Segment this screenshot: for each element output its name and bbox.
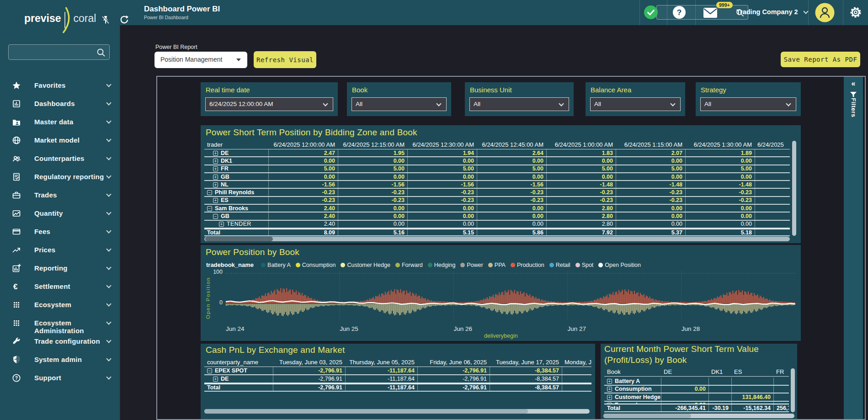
column-header[interactable]: 6/24/2025 12:45:00 AM bbox=[477, 141, 546, 148]
collapse-icon[interactable]: − bbox=[207, 206, 212, 211]
column-header[interactable]: 6/24/2025 1:15:00 AM bbox=[616, 141, 685, 148]
slicer-dropdown[interactable]: All bbox=[590, 97, 681, 111]
column-header[interactable]: ES bbox=[731, 368, 773, 375]
legend-item-spot[interactable]: Spot bbox=[575, 262, 594, 268]
x-axis-tick: Jun 26 bbox=[453, 325, 472, 332]
slicer-dropdown[interactable]: All bbox=[351, 97, 447, 111]
sidebar-item-regulatory-reporting[interactable]: Regulatory reporting bbox=[0, 168, 120, 186]
column-header[interactable]: Monday, Jun bbox=[562, 359, 591, 366]
status-check-icon[interactable] bbox=[644, 5, 658, 21]
help-icon[interactable]: ? bbox=[672, 5, 686, 21]
expand-icon[interactable]: + bbox=[219, 222, 224, 227]
legend-item-power[interactable]: Power bbox=[460, 262, 483, 268]
chevron-down-icon bbox=[106, 137, 111, 142]
sidebar-item-market-model[interactable]: Market model bbox=[0, 132, 120, 150]
collapse-icon[interactable]: − bbox=[207, 368, 212, 373]
expand-icon[interactable]: + bbox=[213, 151, 218, 156]
collapse-icon[interactable]: − bbox=[207, 190, 212, 195]
save-report-pdf-button[interactable]: Save Report As PDF bbox=[781, 52, 860, 67]
gear-icon[interactable] bbox=[849, 6, 862, 21]
sidebar-item-settlement[interactable]: € Settlement bbox=[0, 278, 120, 296]
expand-icon[interactable]: + bbox=[607, 379, 612, 384]
chevron-down-icon bbox=[106, 228, 111, 233]
column-header[interactable]: 6/24/2025 12:30:00 AM bbox=[407, 141, 477, 148]
column-header[interactable]: FR bbox=[773, 368, 789, 375]
slicer-dropdown[interactable]: 6/24/2025 12:00:00 AM bbox=[205, 97, 333, 111]
expand-icon[interactable]: + bbox=[213, 377, 218, 382]
column-header[interactable]: Thursday, June 05, 2025 bbox=[345, 359, 417, 366]
vertical-scrollbar[interactable] bbox=[792, 141, 796, 236]
legend-item-forward[interactable]: Forward bbox=[395, 262, 423, 268]
value-cell: -2,796.91 bbox=[417, 375, 490, 383]
mail-icon[interactable] bbox=[703, 7, 718, 20]
value-cell: -8,384.57 bbox=[490, 375, 562, 383]
legend-item-retail[interactable]: Retail bbox=[549, 262, 570, 268]
sidebar-item-master-data[interactable]: Master data bbox=[0, 113, 120, 132]
column-header[interactable]: 6/24/2025 1:30:00 AM bbox=[685, 141, 755, 148]
legend-item-ppa[interactable]: PPA bbox=[488, 262, 506, 268]
power-position-plot[interactable] bbox=[226, 271, 795, 323]
search-icon[interactable] bbox=[96, 48, 106, 58]
pin-off-icon[interactable] bbox=[101, 15, 111, 27]
column-header[interactable]: Friday, June 06, 2025 bbox=[417, 359, 490, 366]
report-select[interactable]: Position Management bbox=[154, 52, 247, 68]
legend-item-battery-a[interactable]: Battery A bbox=[261, 262, 291, 268]
refresh-icon[interactable] bbox=[119, 15, 129, 27]
value-cell: -2,796.91 bbox=[273, 375, 345, 383]
legend-item-customer-hedge[interactable]: Customer Hedge bbox=[341, 262, 390, 268]
column-header[interactable]: Tuesday, June 17, 2025 bbox=[490, 359, 562, 366]
column-header[interactable]: trader bbox=[204, 141, 268, 148]
sidebar-item-reporting[interactable]: Reporting bbox=[0, 260, 120, 278]
sidebar-item-system-admin[interactable]: System admin bbox=[0, 351, 120, 369]
expand-icon[interactable]: + bbox=[213, 159, 218, 164]
sidebar-item-prices[interactable]: Prices bbox=[0, 241, 120, 260]
horizontal-scrollbar[interactable] bbox=[603, 414, 794, 418]
sidebar-item-fees[interactable]: Fees bbox=[0, 223, 120, 241]
sidebar-search-input[interactable] bbox=[12, 45, 95, 59]
column-header[interactable]: 6/24/2025 bbox=[755, 141, 790, 148]
legend-item-hedging[interactable]: Hedging bbox=[428, 262, 456, 268]
column-header[interactable]: 6/24/2025 12:15:00 AM bbox=[338, 141, 407, 148]
slicer-dropdown[interactable]: All bbox=[700, 97, 796, 111]
expand-icon[interactable]: + bbox=[213, 198, 218, 203]
collapse-icon[interactable]: − bbox=[213, 214, 218, 219]
expand-icon[interactable]: + bbox=[213, 182, 218, 187]
legend-item-production[interactable]: Production bbox=[511, 262, 544, 268]
vertical-scrollbar[interactable] bbox=[791, 368, 795, 412]
legend-item-open-position[interactable]: Open Position bbox=[598, 262, 641, 268]
slicer-dropdown[interactable]: All bbox=[469, 97, 569, 111]
column-header[interactable]: Book bbox=[604, 368, 661, 375]
sidebar-item-ecosystem-administration[interactable]: Ecosystem Administration bbox=[0, 314, 120, 333]
divider bbox=[120, 25, 120, 420]
horizontal-scrollbar[interactable] bbox=[204, 409, 590, 414]
legend-item-consumption[interactable]: Consumption bbox=[296, 262, 336, 268]
column-header[interactable]: DE bbox=[661, 368, 708, 375]
sidebar-item-dashboards[interactable]: Dashboards bbox=[0, 95, 120, 113]
value-cell: 2.40 bbox=[268, 213, 338, 219]
expand-icon[interactable]: + bbox=[213, 175, 218, 180]
avatar[interactable] bbox=[815, 2, 835, 25]
column-header[interactable]: 6/24/2025 12:00:00 AM bbox=[268, 141, 338, 148]
column-header[interactable]: counterparty_name bbox=[204, 359, 273, 366]
expand-filters-icon[interactable]: « bbox=[844, 80, 863, 88]
company-selector[interactable]: Trading Company 2 bbox=[736, 8, 808, 16]
column-header[interactable]: 6/24/2025 1:00:00 AM bbox=[546, 141, 616, 148]
sidebar-item-quantity[interactable]: Quantity bbox=[0, 205, 120, 223]
sidebar-item-counterparties[interactable]: Counterparties bbox=[0, 150, 120, 168]
refresh-visual-button[interactable]: Refresh Visual bbox=[254, 51, 316, 68]
expand-icon[interactable]: + bbox=[607, 387, 612, 392]
globe-icon bbox=[12, 136, 21, 145]
report-select-label: Power BI Report bbox=[155, 44, 197, 50]
legend-dot bbox=[341, 263, 345, 267]
sidebar-item-ecosystem[interactable]: Ecosystem bbox=[0, 296, 120, 314]
column-header[interactable]: DK1 bbox=[708, 368, 731, 375]
sidebar-item-trade-configuration[interactable]: Trade configuration bbox=[0, 333, 120, 351]
sidebar-item-trades[interactable]: Trades bbox=[0, 186, 120, 205]
expand-icon[interactable]: + bbox=[213, 166, 218, 171]
column-header[interactable]: Tuesday, June 03, 2025 bbox=[273, 359, 345, 366]
filters-pane-collapsed[interactable]: « Filters bbox=[844, 77, 863, 419]
expand-icon[interactable]: + bbox=[607, 395, 612, 400]
sidebar-item-favorites[interactable]: Favorites bbox=[0, 77, 120, 95]
horizontal-scrollbar[interactable] bbox=[204, 237, 790, 241]
sidebar-item-support[interactable]: ? Support bbox=[0, 369, 120, 388]
